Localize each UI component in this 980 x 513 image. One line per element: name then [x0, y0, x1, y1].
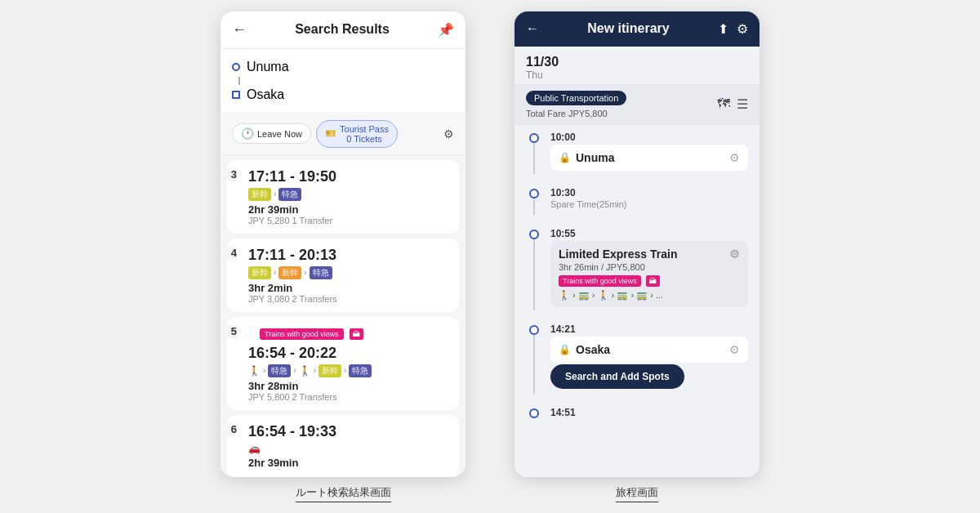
time-unuma: 10:00	[550, 132, 748, 143]
timeline-right-train: 10:55 Limited Express Train ⚙ 3hr 26min …	[550, 228, 748, 310]
timeline-line-train	[533, 239, 535, 310]
transport-card-icons-row: 🚶 › 🚃 › 🚶 › 🚃 › 🚃 › ...	[559, 290, 740, 301]
timeline-line-unuma	[533, 143, 535, 174]
timeline-item-unuma: 10:00 🔒 Unuma ⚙	[526, 125, 748, 181]
timeline-left-spare	[526, 187, 542, 215]
transport-card-title: Limited Express Train ⚙	[559, 248, 740, 261]
right-phone: ← New itinerary ⬆ ⚙ 11/30 Thu Public Tra…	[514, 11, 760, 477]
time-train: 10:55	[550, 228, 748, 239]
timeline-left-unuma	[526, 132, 542, 174]
settings-icon[interactable]: ⚙	[737, 21, 748, 37]
result-item-5[interactable]: 5 Trains with good views 🏔 16:54 - 20:22…	[227, 317, 459, 410]
origin-point: Unuma	[232, 60, 454, 74]
date-main: 11/30	[526, 55, 748, 69]
spot-name-unuma: 🔒 Unuma	[559, 151, 614, 164]
spot-card-osaka[interactable]: 🔒 Osaka ⚙	[550, 337, 748, 363]
good-views-badge-5: Trains with good views	[260, 328, 344, 340]
left-caption: ルート検索結果画面	[296, 485, 391, 502]
result-time-4: 17:11 - 20:13	[248, 247, 449, 264]
result-fare-5: JPY 5,800 2 Transfers	[248, 392, 449, 402]
share-icon[interactable]: ⬆	[718, 21, 728, 37]
destination-label: Osaka	[247, 87, 284, 102]
time-end: 14:51	[550, 407, 748, 418]
timeline-item-spare: 10:30 Spare Time(25min)	[526, 181, 748, 221]
list-icon[interactable]: ☰	[737, 96, 748, 112]
header-icon-group: ⬆ ⚙	[718, 21, 748, 37]
clock-icon: 🕐	[241, 127, 254, 140]
timeline: 10:00 🔒 Unuma ⚙	[514, 125, 760, 428]
timeline-dot-train	[529, 230, 539, 239]
back-button[interactable]: ←	[232, 21, 247, 38]
right-header: ← New itinerary ⬆ ⚙	[514, 11, 760, 47]
transport-fare: Total Fare JPY5,800	[526, 109, 626, 118]
search-results-title: Search Results	[295, 22, 390, 37]
spot-name-osaka: 🔒 Osaka	[559, 343, 610, 356]
timeline-dot-osaka	[529, 325, 539, 335]
destination-dot	[232, 91, 240, 99]
timeline-line-spare	[533, 199, 535, 215]
train-name: Limited Express Train	[559, 248, 678, 261]
result-duration-4: 3hr 2min	[248, 282, 449, 294]
timeline-dot-spare	[529, 189, 539, 199]
left-header: ← Search Results 📌	[220, 11, 466, 49]
origin-label: Unuma	[247, 60, 289, 74]
new-itinerary-title: New itinerary	[587, 21, 669, 36]
time-osaka: 14:21	[550, 323, 748, 335]
good-views-badge-train: Trains with good views	[559, 275, 641, 287]
result-duration-5: 3hr 28min	[248, 380, 449, 392]
transport-icons-5: 🚶 › 特急 › 🚶 › 新幹 › 特急	[248, 364, 449, 377]
left-phone: ← Search Results 📌 Unuma Osaka 🕐 Leave N…	[220, 11, 466, 477]
result-duration-3: 2hr 39min	[248, 203, 449, 216]
right-caption: 旅程画面	[616, 485, 658, 502]
transport-tag: Public Transportation	[526, 91, 626, 105]
timeline-dot-end	[529, 408, 539, 418]
lock-icon-unuma: 🔒	[559, 152, 571, 163]
gear-icon-train[interactable]: ⚙	[729, 248, 740, 261]
gear-icon-unuma[interactable]: ⚙	[729, 151, 740, 164]
ticket-icon: 🎫	[325, 128, 336, 139]
gear-icon-osaka[interactable]: ⚙	[729, 343, 740, 356]
search-add-spots-button[interactable]: Search and Add Spots	[550, 364, 684, 389]
result-number-5: 5	[222, 325, 237, 337]
timeline-line-osaka	[533, 335, 535, 394]
spot-card-unuma[interactable]: 🔒 Unuma ⚙	[550, 145, 748, 171]
timeline-left-train	[526, 228, 542, 310]
transport-section-left: Public Transportation Total Fare JPY5,80…	[526, 91, 626, 118]
result-fare-4: JPY 3,080 2 Transfers	[248, 294, 449, 304]
right-back-button[interactable]: ←	[526, 21, 539, 36]
pin-icon[interactable]: 📌	[438, 22, 454, 38]
result-number-6: 6	[222, 423, 237, 435]
timeline-right-spare: 10:30 Spare Time(25min)	[550, 187, 748, 215]
result-number-3: 3	[222, 168, 237, 181]
date-day: Thu	[526, 69, 748, 81]
origin-dot	[232, 63, 240, 71]
timeline-item-train: 10:55 Limited Express Train ⚙ 3hr 26min …	[526, 221, 748, 317]
transport-icons-6: 🚗	[248, 443, 449, 454]
result-time-3: 17:11 - 19:50	[248, 168, 449, 185]
filter-settings-icon[interactable]: ⚙	[443, 127, 454, 141]
leave-now-button[interactable]: 🕐 Leave Now	[232, 123, 311, 144]
timeline-left-osaka	[526, 323, 542, 394]
timeline-left-end	[526, 407, 542, 422]
right-phone-wrapper: ← New itinerary ⬆ ⚙ 11/30 Thu Public Tra…	[514, 11, 760, 502]
result-fare-3: JPY 5,280 1 Transfer	[248, 216, 449, 225]
result-number-4: 4	[222, 247, 237, 259]
transport-icons-4: 新幹 › 新幹 › 特急	[248, 266, 449, 279]
tickets-count: 0 Tickets	[340, 134, 389, 144]
time-spare: 10:30	[550, 187, 748, 199]
timeline-item-osaka: 14:21 🔒 Osaka ⚙ Search and Add Spots	[526, 317, 748, 400]
transport-card-detail: 3hr 26min / JPY5,800	[559, 262, 740, 272]
result-item-3[interactable]: 3 17:11 - 19:50 新幹 › 特急 2hr 39min JPY 5,…	[227, 160, 459, 234]
transport-section-header: Public Transportation Total Fare JPY5,80…	[514, 84, 760, 125]
destination-point: Osaka	[232, 87, 454, 102]
route-info: Unuma Osaka	[220, 49, 466, 114]
result-item-6[interactable]: 6 16:54 - 19:33 🚗 2hr 39min	[227, 415, 459, 477]
itinerary-content: 11/30 Thu Public Transportation Total Fa…	[514, 47, 760, 477]
tourist-pass-button[interactable]: 🎫 Tourist Pass 0 Tickets	[316, 120, 398, 148]
lock-icon-osaka: 🔒	[559, 344, 571, 355]
transport-card-train[interactable]: Limited Express Train ⚙ 3hr 26min / JPY5…	[550, 241, 748, 307]
timeline-right-unuma: 10:00 🔒 Unuma ⚙	[550, 132, 748, 174]
transport-icons-3: 新幹 › 特急	[248, 188, 449, 201]
map-icon[interactable]: 🗺	[717, 96, 730, 112]
result-item-4[interactable]: 4 17:11 - 20:13 新幹 › 新幹 › 特急 3hr 2min JP…	[227, 239, 459, 312]
